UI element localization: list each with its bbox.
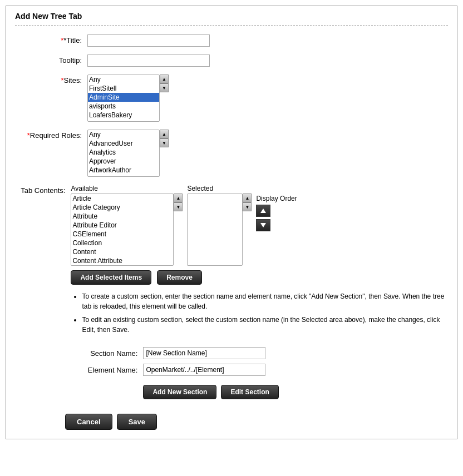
available-option[interactable]: CSElement — [71, 230, 173, 239]
roles-scroll-btns: ▲ ▼ — [160, 130, 169, 177]
tooltip-label: Tooltip: — [15, 54, 87, 65]
sites-option[interactable]: avisports — [88, 102, 159, 111]
roles-option[interactable]: Any — [88, 130, 159, 139]
sites-label: *Sites: — [15, 75, 87, 85]
divider — [15, 25, 448, 26]
roles-select[interactable]: Any AdvancedUser Analytics Approver Artw… — [87, 130, 160, 177]
available-option[interactable]: Attribute Editor — [71, 221, 173, 230]
available-selected-row: Available Article Article Category Attri… — [71, 185, 448, 266]
available-col: Available Article Article Category Attri… — [71, 185, 183, 266]
roles-row: *Required Roles: Any AdvancedUser Analyt… — [15, 130, 448, 177]
roles-option[interactable]: Analytics — [88, 148, 159, 157]
element-name-row: Element Name: — [71, 364, 448, 376]
selected-scroll-btns: ▲ ▼ — [243, 194, 252, 266]
available-option[interactable]: Content — [71, 247, 173, 256]
available-select-container: Article Article Category Attribute Attri… — [71, 194, 183, 266]
selected-label: Selected — [187, 185, 252, 192]
tab-contents-row: Tab Contents: Available Article Article … — [15, 185, 448, 408]
sites-option[interactable]: LoafersBakery — [88, 111, 159, 120]
section-action-row: Add New Section Edit Section — [143, 385, 448, 399]
selected-select[interactable] — [187, 194, 243, 266]
up-arrow-icon — [260, 209, 266, 213]
tooltip-row: Tooltip: — [15, 54, 448, 67]
info-list: To create a custom section, enter the se… — [71, 291, 448, 338]
roles-option[interactable]: Approver — [88, 157, 159, 166]
down-arrow-icon — [260, 223, 266, 227]
save-button[interactable]: Save — [117, 414, 157, 430]
svg-marker-1 — [260, 223, 266, 227]
available-label: Available — [71, 185, 183, 192]
section-fields: Section Name: Element Name: — [71, 347, 448, 380]
element-name-input[interactable] — [143, 364, 265, 376]
section-name-input[interactable] — [143, 347, 265, 359]
action-buttons-row: Add Selected Items Remove — [71, 270, 448, 285]
sites-scroll-up-btn[interactable]: ▲ — [160, 75, 169, 83]
title-input[interactable] — [87, 34, 210, 47]
add-selected-items-button[interactable]: Add Selected Items — [71, 270, 151, 285]
main-container: Add New Tree Tab **Title: Tooltip: *Site… — [6, 6, 457, 439]
remove-button[interactable]: Remove — [157, 270, 202, 285]
available-option[interactable]: Collection — [71, 239, 173, 247]
sites-option[interactable]: Any — [88, 75, 159, 84]
order-down-btn[interactable] — [256, 219, 270, 231]
roles-scroll-up-btn[interactable]: ▲ — [160, 130, 169, 138]
display-order-col: Display Order — [256, 185, 297, 234]
roles-label: *Required Roles: — [15, 130, 87, 140]
roles-option[interactable]: ArtworkAuthor — [88, 166, 159, 175]
sites-scroll-btns: ▲ ▼ — [160, 75, 169, 122]
page-title: Add New Tree Tab — [15, 12, 448, 21]
order-up-btn[interactable] — [256, 205, 270, 217]
selected-scroll-down-btn[interactable]: ▼ — [243, 202, 252, 211]
roles-select-container: Any AdvancedUser Analytics Approver Artw… — [87, 130, 169, 177]
info-item-1: To create a custom section, enter the se… — [82, 291, 448, 311]
section-name-label: Section Name: — [71, 349, 143, 358]
bottom-btn-row: Cancel Save — [15, 414, 448, 430]
sites-option[interactable]: AdminSite — [88, 93, 159, 102]
roles-option[interactable]: AdvancedUser — [88, 139, 159, 148]
available-option[interactable]: Content Attribute — [71, 256, 173, 265]
title-row: **Title: — [15, 34, 448, 47]
sites-scroll-down-btn[interactable]: ▼ — [160, 83, 169, 92]
display-order-label: Display Order — [256, 195, 297, 202]
available-option[interactable]: Attribute — [71, 212, 173, 221]
tooltip-input[interactable] — [87, 54, 210, 67]
selected-scroll-up-btn[interactable]: ▲ — [243, 194, 252, 202]
element-name-label: Element Name: — [71, 366, 143, 374]
edit-section-button[interactable]: Edit Section — [221, 385, 278, 399]
sites-option[interactable]: FirstSitell — [88, 84, 159, 93]
roles-scroll-down-btn[interactable]: ▼ — [160, 138, 169, 147]
available-scroll-btns: ▲ ▼ — [174, 194, 183, 266]
info-item-2: To edit an existing custom section, sele… — [82, 315, 448, 335]
sites-row: *Sites: Any FirstSitell AdminSite avispo… — [15, 75, 448, 122]
available-option[interactable]: Article Category — [71, 203, 173, 212]
svg-marker-0 — [260, 209, 266, 213]
section-name-row: Section Name: — [71, 347, 448, 359]
sites-select-container: Any FirstSitell AdminSite avisports Loaf… — [87, 75, 169, 122]
tab-contents-label: Tab Contents: — [15, 185, 71, 195]
available-option[interactable]: Article — [71, 194, 173, 203]
selected-select-container: ▲ ▼ — [187, 194, 252, 266]
sites-select[interactable]: Any FirstSitell AdminSite avisports Loaf… — [87, 75, 160, 122]
tab-contents-inner: Available Article Article Category Attri… — [71, 185, 448, 408]
title-label: **Title: — [15, 34, 87, 44]
selected-col: Selected ▲ ▼ — [187, 185, 252, 266]
available-scroll-down-btn[interactable]: ▼ — [174, 202, 183, 211]
available-select[interactable]: Article Article Category Attribute Attri… — [71, 194, 174, 266]
available-scroll-up-btn[interactable]: ▲ — [174, 194, 183, 202]
cancel-button[interactable]: Cancel — [65, 414, 112, 430]
add-new-section-button[interactable]: Add New Section — [143, 385, 216, 399]
